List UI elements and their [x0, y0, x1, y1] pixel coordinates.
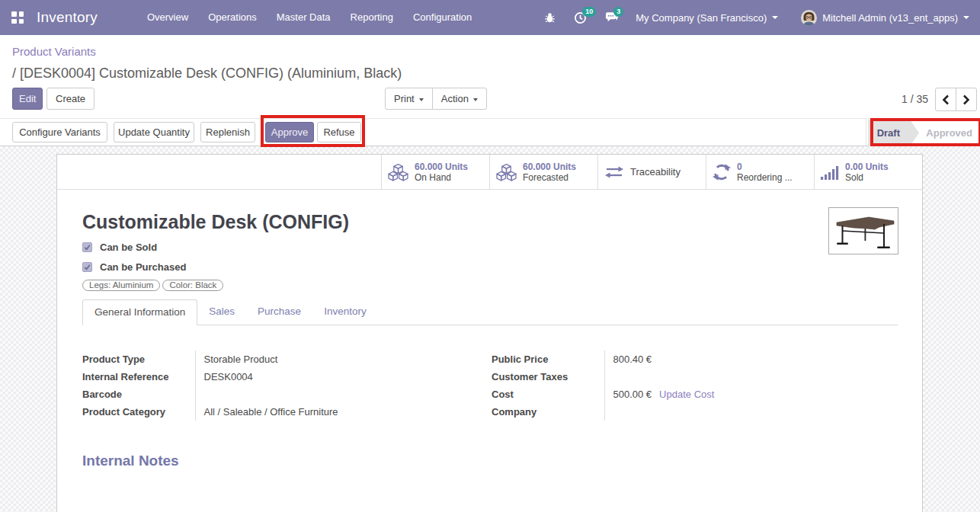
stat-button-on-hand[interactable]: 60.000 UnitsOn Hand [381, 155, 489, 190]
stat-value: 0 [737, 162, 793, 172]
nav-menu-reporting[interactable]: Reporting [341, 0, 403, 35]
field-label: Internal Reference [82, 368, 195, 386]
field-row: Company [492, 403, 901, 421]
stat-button-sold[interactable]: 0.00 UnitsSold [814, 155, 922, 190]
print-dropdown[interactable]: Print [385, 88, 433, 110]
navbar-systray: 10 3 My Company (San Francisco) Mitchell… [535, 10, 980, 26]
internal-notes-heading: Internal Notes [82, 453, 898, 469]
field-row: Product TypeStorable Product [82, 350, 492, 368]
create-button[interactable]: Create [46, 88, 94, 110]
user-name: Mitchell Admin (v13_ent_apps) [822, 12, 958, 24]
product-category-link[interactable]: All / Saleable / Office Furniture [195, 403, 492, 421]
field-label: Customer Taxes [492, 368, 604, 386]
stat-label: On Hand [415, 172, 468, 183]
field-row: Public Price800.40 € [492, 350, 901, 368]
can-be-purchased-checkbox[interactable] [82, 262, 92, 272]
field-label: Barcode [82, 386, 195, 403]
field-label: Product Category [82, 403, 195, 421]
edit-button[interactable]: Edit [12, 88, 43, 110]
tab-sales[interactable]: Sales [197, 299, 246, 325]
app-title[interactable]: Inventory [37, 9, 98, 26]
stat-value: 0.00 Units [845, 162, 889, 172]
status-step-draft[interactable]: Draft [868, 120, 919, 146]
refresh-icon [713, 163, 731, 181]
field-value: 800.40 € [604, 350, 901, 368]
field-label: Product Type [82, 350, 195, 368]
pager-buttons [935, 88, 977, 111]
activity-clock-icon[interactable]: 10 [574, 11, 587, 24]
breadcrumb-parent[interactable]: Product Variants [12, 45, 96, 58]
bug-icon[interactable] [544, 12, 556, 24]
chevron-down-icon [419, 98, 424, 101]
action-dropdown[interactable]: Action [432, 88, 487, 110]
user-menu[interactable]: Mitchell Admin (v13_ent_apps) [793, 10, 969, 26]
message-count-badge: 3 [613, 7, 623, 17]
refuse-button[interactable]: Refuse [317, 122, 361, 142]
stat-value: 60.000 Units [523, 162, 576, 172]
tag-legs: Legs: Aluminium [82, 280, 160, 291]
exchange-icon [604, 165, 624, 180]
stat-button-forecasted[interactable]: 60.000 UnitsForecasted [489, 155, 597, 190]
pager-previous-button[interactable] [935, 88, 956, 111]
stat-button-reordering[interactable]: 0Reordering ... [706, 155, 814, 190]
status-step-approved[interactable]: Approved [926, 120, 972, 146]
can-be-purchased-label: Can be Purchased [100, 261, 186, 273]
form-sheet: 60.000 UnitsOn Hand 60.000 UnitsForecast… [56, 154, 923, 512]
field-value [195, 386, 492, 403]
field-row: Cost500.00 €Update Cost [492, 386, 901, 403]
field-group-left: Product TypeStorable Product Internal Re… [82, 350, 492, 421]
field-label: Public Price [492, 350, 604, 368]
update-quantity-button[interactable]: Update Quantity [114, 122, 194, 142]
stat-label: Reordering ... [737, 172, 793, 183]
pager-next-button[interactable] [956, 88, 977, 111]
tab-general-information[interactable]: General Information [82, 299, 197, 325]
field-value: 500.00 €Update Cost [604, 386, 901, 403]
nav-menu-configuration[interactable]: Configuration [403, 0, 482, 35]
stat-label: Sold [845, 172, 889, 183]
breadcrumb-current: / [DESK0004] Customizable Desk (CONFIG) … [12, 66, 402, 82]
messages-icon[interactable]: 3 [605, 11, 619, 24]
tab-inventory[interactable]: Inventory [312, 299, 378, 325]
cubes-icon [388, 163, 408, 181]
statusbar-separator [866, 119, 866, 146]
stat-button-traceability[interactable]: Traceability [597, 155, 706, 190]
chevron-down-icon [772, 16, 778, 19]
nav-menu-operations[interactable]: Operations [198, 0, 267, 35]
field-row: Product CategoryAll / Saleable / Office … [82, 403, 492, 421]
tag-color: Color: Black [162, 280, 223, 291]
can-be-sold-label: Can be Sold [100, 242, 157, 253]
company-switcher[interactable]: My Company (San Francisco) [636, 12, 778, 24]
bar-chart-icon [821, 165, 839, 180]
field-label: Company [492, 403, 604, 421]
field-value: DESK0004 [195, 368, 492, 386]
nav-menu-overview[interactable]: Overview [137, 0, 198, 35]
tab-purchase[interactable]: Purchase [246, 299, 312, 325]
field-value [604, 368, 901, 386]
can-be-sold-row: Can be Sold [82, 242, 898, 253]
replenish-button[interactable]: Replenish [200, 122, 255, 142]
print-action-group: Print Action [385, 88, 487, 110]
chevron-down-icon [473, 98, 478, 101]
cubes-icon [496, 163, 517, 181]
activity-count-badge: 10 [582, 7, 596, 17]
nav-menu-master-data[interactable]: Master Data [267, 0, 341, 35]
form-statusbar: Configure Variants Update Quantity Reple… [0, 118, 980, 146]
field-row: Barcode [82, 386, 492, 403]
approve-button[interactable]: Approve [265, 122, 314, 142]
stat-label: Forecasted [523, 172, 576, 183]
can-be-sold-checkbox[interactable] [82, 242, 92, 252]
update-cost-link[interactable]: Update Cost [659, 389, 714, 400]
variant-tags: Legs: Aluminium Color: Black [82, 280, 898, 291]
nav-menus: Overview Operations Master Data Reportin… [137, 0, 482, 35]
product-title: Customizable Desk (CONFIG) [82, 211, 898, 233]
top-navbar: Inventory Overview Operations Master Dat… [0, 0, 980, 35]
company-name: My Company (San Francisco) [636, 12, 767, 24]
apps-menu-icon[interactable] [0, 11, 35, 24]
product-image[interactable] [828, 207, 898, 254]
chevron-down-icon [963, 16, 969, 19]
field-label: Cost [492, 386, 604, 403]
configure-variants-button[interactable]: Configure Variants [12, 122, 107, 142]
field-row: Customer Taxes [492, 368, 901, 386]
field-value: Storable Product [195, 350, 492, 368]
desk-image [829, 208, 898, 254]
